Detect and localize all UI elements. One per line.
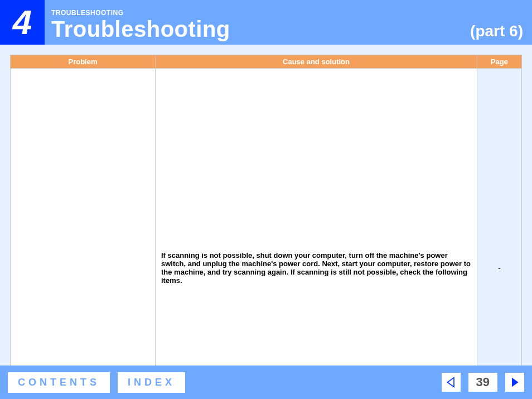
problem-cell: Unable to scan the image.	[11, 69, 156, 400]
footer-bar: CONTENTS INDEX 39	[0, 366, 532, 399]
svg-marker-0	[447, 378, 454, 387]
next-page-button[interactable]	[505, 373, 524, 392]
col-problem: Problem	[11, 55, 156, 69]
arrow-right-icon	[509, 377, 520, 388]
chapter-number-box: 4	[0, 0, 45, 45]
cause-cell: If scanning is not possible, shut down y…	[156, 69, 477, 400]
svg-marker-1	[512, 378, 519, 387]
page-title: Troubleshooting	[51, 18, 528, 40]
manual-page: 4 TROUBLESHOOTING Troubleshooting (part …	[0, 0, 532, 399]
page-header: 4 TROUBLESHOOTING Troubleshooting (part …	[0, 0, 532, 45]
content-area: Problem Cause and solution Page Unable t…	[0, 45, 532, 399]
troubleshooting-table: Problem Cause and solution Page Unable t…	[10, 55, 522, 399]
index-button[interactable]: INDEX	[118, 372, 185, 393]
cause-title: If scanning is not possible, shut down y…	[161, 251, 471, 285]
breadcrumb: TROUBLESHOOTING	[51, 9, 528, 17]
page-number: 39	[468, 373, 497, 392]
arrow-left-icon	[446, 377, 457, 388]
table-header-row: Problem Cause and solution Page	[11, 55, 522, 69]
col-page: Page	[477, 55, 522, 69]
col-cause: Cause and solution	[156, 55, 477, 69]
part-indicator: (part 6)	[470, 22, 523, 40]
contents-button[interactable]: CONTENTS	[8, 372, 110, 393]
chapter-number: 4	[13, 5, 32, 40]
page-ref-cell: -	[477, 69, 522, 400]
table-row: Unable to scan the image. If scanning is…	[11, 69, 522, 400]
prev-page-button[interactable]	[442, 373, 461, 392]
header-titles: TROUBLESHOOTING Troubleshooting	[45, 0, 532, 45]
